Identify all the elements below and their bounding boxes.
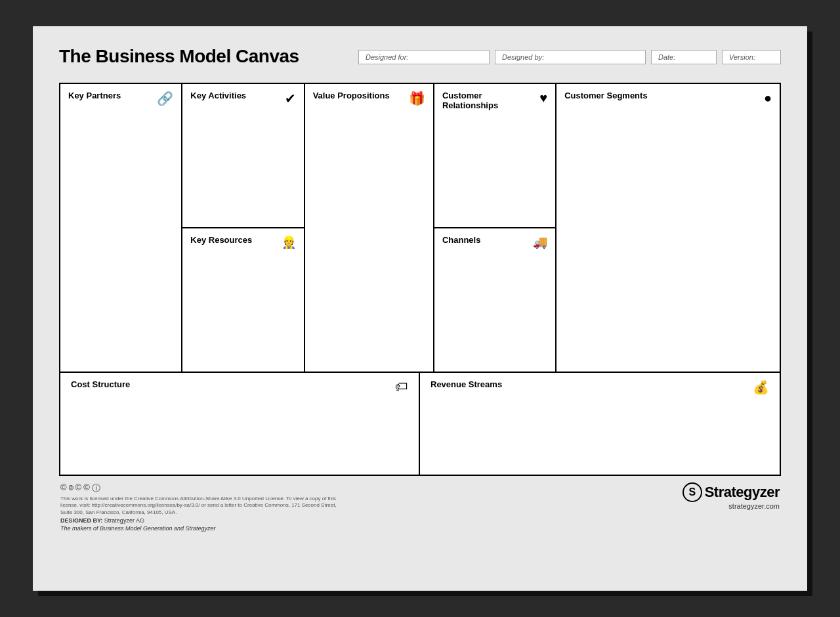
designed-by-label: Designed by:: [502, 53, 544, 61]
key-activities-cell[interactable]: Key Activities ✔: [182, 84, 303, 228]
header-fields: Designed for: Designed by: Date: Version…: [358, 50, 781, 64]
cc-icon-2: 🄯: [69, 482, 74, 494]
key-partners-label: Key Partners: [68, 91, 121, 100]
revenue-streams-header: Revenue Streams 💰: [430, 379, 769, 395]
key-resources-label: Key Resources: [190, 235, 252, 245]
cost-structure-label: Cost Structure: [71, 379, 130, 389]
footer-right: S Strategyzer strategyzer.com: [682, 482, 780, 510]
cc-icon-5: ⓘ: [92, 482, 100, 494]
designed-by-label-footer: DESIGNED BY:: [60, 517, 102, 524]
designed-for-field[interactable]: Designed for:: [358, 50, 490, 64]
key-activities-label: Key Activities: [190, 91, 246, 100]
customer-relationships-cell[interactable]: Customer Relationships ♥: [434, 84, 555, 228]
strategyzer-name: Strategyzer: [705, 484, 780, 501]
channels-icon: 🚚: [533, 235, 547, 249]
customer-relationships-label: Customer Relationships: [442, 91, 539, 110]
date-label: Date:: [658, 53, 675, 61]
designed-by-field[interactable]: Designed by:: [495, 50, 646, 64]
value-propositions-cell[interactable]: Value Propositions 🎁: [305, 84, 434, 372]
footer: © 🄯 © © ⓘ This work is licensed under th…: [59, 482, 781, 532]
cc-icon-4: ©: [83, 482, 90, 494]
strategyzer-brand: S Strategyzer: [682, 482, 780, 502]
key-resources-cell[interactable]: Key Resources 👷: [182, 228, 303, 372]
key-partners-cell[interactable]: Key Partners 🔗: [60, 84, 182, 372]
cc-icon-3: ©: [75, 482, 82, 494]
key-partners-header: Key Partners 🔗: [68, 91, 173, 106]
value-propositions-icon: 🎁: [409, 91, 425, 106]
cc-icon-1: ©: [60, 482, 67, 494]
customer-segments-header: Customer Segments ●: [564, 91, 772, 106]
value-propositions-header: Value Propositions 🎁: [313, 91, 425, 106]
key-partners-icon: 🔗: [157, 91, 173, 106]
customer-relationships-icon: ♥: [539, 91, 547, 106]
header: The Business Model Canvas Designed for: …: [59, 46, 781, 76]
revenue-streams-label: Revenue Streams: [430, 379, 502, 389]
cost-structure-cell[interactable]: Cost Structure 🏷: [60, 373, 420, 475]
key-activities-icon: ✔: [285, 91, 296, 106]
key-resources-icon: 👷: [282, 235, 296, 249]
cc-icons: © 🄯 © © ⓘ: [60, 482, 349, 494]
footer-left: © 🄯 © © ⓘ This work is licensed under th…: [60, 482, 349, 532]
date-field[interactable]: Date:: [651, 50, 717, 64]
tagline: The makers of Business Model Generation …: [60, 525, 349, 532]
activities-resources-col: Key Activities ✔ Key Resources 👷: [182, 84, 304, 372]
customer-segments-label: Customer Segments: [564, 91, 647, 100]
value-propositions-label: Value Propositions: [313, 91, 390, 100]
canvas-bottom: Cost Structure 🏷 Revenue Streams 💰: [60, 373, 780, 475]
key-activities-header: Key Activities ✔: [190, 91, 295, 106]
channels-label: Channels: [442, 235, 481, 245]
strategyzer-url: strategyzer.com: [682, 502, 780, 510]
page-title: The Business Model Canvas: [59, 46, 299, 67]
channels-header: Channels 🚚: [442, 235, 547, 249]
revenue-streams-icon: 💰: [753, 379, 769, 395]
cost-structure-header: Cost Structure 🏷: [71, 379, 408, 394]
designed-by-name: Strategyzer AG: [104, 517, 144, 524]
channels-cell[interactable]: Channels 🚚: [434, 228, 555, 372]
version-label: Version:: [729, 53, 755, 61]
customer-relationships-header: Customer Relationships ♥: [442, 91, 547, 110]
revenue-streams-cell[interactable]: Revenue Streams 💰: [420, 373, 780, 475]
cc-text: This work is licensed under the Creative…: [60, 496, 349, 516]
canvas: Key Partners 🔗 Key Activities ✔ Key Reso…: [59, 83, 781, 476]
customer-segments-cell[interactable]: Customer Segments ●: [556, 84, 780, 372]
page-wrapper: The Business Model Canvas Designed for: …: [33, 26, 807, 591]
customer-segments-icon: ●: [764, 91, 772, 106]
designed-by-footer: DESIGNED BY: Strategyzer AG: [60, 517, 349, 524]
version-field[interactable]: Version:: [722, 50, 781, 64]
strategyzer-logo-icon: S: [682, 482, 702, 502]
cost-structure-icon: 🏷: [395, 379, 408, 394]
designed-for-label: Designed for:: [366, 53, 408, 61]
key-resources-header: Key Resources 👷: [190, 235, 295, 249]
canvas-top: Key Partners 🔗 Key Activities ✔ Key Reso…: [60, 84, 780, 373]
cr-channels-col: Customer Relationships ♥ Channels 🚚: [434, 84, 556, 372]
